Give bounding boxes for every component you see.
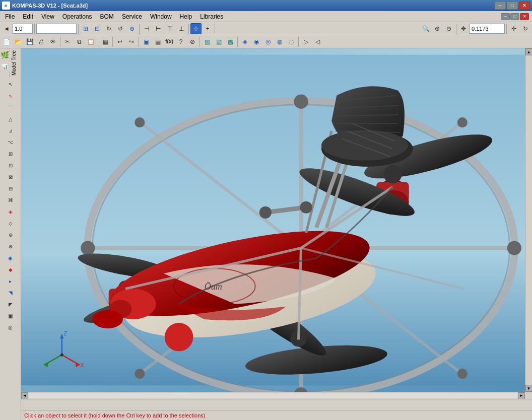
left-tool-14[interactable]: ⊛ xyxy=(5,229,16,240)
left-tool-5[interactable]: ⊿ xyxy=(5,125,16,136)
minimize-button[interactable]: ─ xyxy=(495,2,506,10)
move3d-btn[interactable]: ✛ xyxy=(508,23,519,34)
redo-btn[interactable]: ↪ xyxy=(126,36,137,47)
fx-btn[interactable]: f(x) xyxy=(164,36,175,47)
left-tool-2[interactable]: ∿ xyxy=(5,90,16,101)
orient2-btn[interactable]: ⊟ xyxy=(92,23,103,34)
open-btn[interactable]: 📂 xyxy=(13,36,24,47)
left-tool-18[interactable]: ▸ xyxy=(5,275,16,287)
menu-libraries[interactable]: Libraries xyxy=(196,11,227,22)
left-tool-22[interactable]: ◎ xyxy=(5,322,16,333)
align3-btn[interactable]: ⊤ xyxy=(164,23,175,34)
left-tool-3[interactable]: ⌒ xyxy=(5,102,16,113)
left-tool-16[interactable]: ◉ xyxy=(5,252,16,263)
left-tool-10[interactable]: ⊟ xyxy=(5,183,16,194)
vertical-scrollbar[interactable]: ▲ ▼ xyxy=(525,48,532,392)
wire-btn[interactable]: ▣ xyxy=(141,36,152,47)
sep-3 xyxy=(139,24,140,34)
hscroll-thumb[interactable] xyxy=(29,393,517,398)
model-tree-label[interactable]: Model Tree xyxy=(10,48,21,78)
app-icon: K xyxy=(2,2,10,10)
inner-maximize-btn[interactable]: □ xyxy=(510,13,519,20)
print-btn[interactable]: 🖨 xyxy=(36,36,47,47)
help2-btn[interactable]: ⊘ xyxy=(187,36,198,47)
rotate2-btn[interactable]: ↺ xyxy=(115,23,126,34)
left-tool-9[interactable]: ⊠ xyxy=(5,171,16,182)
orient-btn[interactable]: ⊞ xyxy=(80,23,91,34)
shade-btn[interactable]: ▤ xyxy=(152,36,163,47)
preview-btn[interactable]: 👁 xyxy=(47,36,58,47)
left-tool-13[interactable]: ◇ xyxy=(5,218,16,229)
rotate-btn[interactable]: ↻ xyxy=(103,23,114,34)
statusbar-line1 xyxy=(21,399,532,410)
display1-btn[interactable]: ▨ xyxy=(202,36,213,47)
move-left-btn[interactable]: ◄ xyxy=(1,23,12,34)
copy-btn[interactable]: ⧉ xyxy=(74,36,85,47)
format-btn[interactable]: ▦ xyxy=(100,36,111,47)
new-btn[interactable]: 📄 xyxy=(1,36,12,47)
rotate3d-btn[interactable]: ↻ xyxy=(520,23,531,34)
menu-file[interactable]: File xyxy=(1,11,19,22)
inner-close-btn[interactable]: ✕ xyxy=(520,13,529,20)
filter-input[interactable] xyxy=(36,24,77,34)
left-tool-8[interactable]: ⊡ xyxy=(5,160,16,171)
vscroll-up-btn[interactable]: ▲ xyxy=(525,48,533,55)
shade2-btn[interactable]: ◌ xyxy=(286,36,297,47)
inner-minimize-btn[interactable]: ─ xyxy=(501,13,510,20)
menu-view[interactable]: View xyxy=(37,11,58,22)
left-tool-15[interactable]: ⊗ xyxy=(5,241,16,252)
zoom-out-btn[interactable]: ⊖ xyxy=(443,23,454,34)
menu-window[interactable]: Window xyxy=(146,11,176,22)
menu-help[interactable]: Help xyxy=(176,11,196,22)
align2-btn[interactable]: ⊢ xyxy=(153,23,164,34)
align-btn[interactable]: ⊣ xyxy=(141,23,152,34)
export2-btn[interactable]: ◁ xyxy=(312,36,323,47)
menu-operations[interactable]: Operations xyxy=(58,11,96,22)
plane4-btn[interactable]: ◍ xyxy=(274,36,285,47)
undo-btn[interactable]: ↩ xyxy=(114,36,125,47)
export1-btn[interactable]: ▷ xyxy=(300,36,311,47)
snap-btn[interactable]: ⊕ xyxy=(126,23,138,34)
help-btn[interactable]: ? xyxy=(175,36,186,47)
horizontal-scrollbar[interactable]: ◄ ► xyxy=(21,392,532,399)
plane2-btn[interactable]: ◉ xyxy=(251,36,262,47)
plane1-btn[interactable]: ◈ xyxy=(239,36,250,47)
hscroll-right-btn[interactable]: ► xyxy=(518,392,525,399)
zoom-in-btn[interactable]: ⊕ xyxy=(432,23,443,34)
pan-btn[interactable]: ✥ xyxy=(458,23,469,34)
left-tool-7[interactable]: ⊞ xyxy=(5,148,16,159)
left-tool-17[interactable]: ◆ xyxy=(5,264,16,275)
main-wrapper: 🌿 📊 Model Tree ↖ ∿ ⌒ △ ⊿ ⌥ ⊞ ⊡ ⊠ ⊟ ⌘ ◈ ◇ xyxy=(0,48,532,420)
vscroll-down-btn[interactable]: ▼ xyxy=(525,385,533,392)
zoom-fit-btn[interactable]: 🔍 xyxy=(420,23,431,34)
tab-icon-1[interactable]: 🌿 xyxy=(0,49,10,60)
tab-icon-2[interactable]: 📊 xyxy=(0,61,10,72)
close-button[interactable]: ✕ xyxy=(519,2,530,10)
menu-bom[interactable]: BOM xyxy=(96,11,118,22)
plane3-btn[interactable]: ◎ xyxy=(262,36,274,47)
left-tool-4[interactable]: △ xyxy=(5,113,16,124)
display3-btn[interactable]: ▩ xyxy=(225,36,236,47)
view-btn2[interactable]: + xyxy=(202,23,213,34)
left-tool-20[interactable]: ◤ xyxy=(5,299,16,310)
left-tool-21[interactable]: ▣ xyxy=(5,310,16,321)
step-input[interactable] xyxy=(13,24,33,34)
paste-btn[interactable]: 📋 xyxy=(85,36,96,47)
left-tool-11[interactable]: ⌘ xyxy=(5,194,16,205)
left-tool-19[interactable]: ◥ xyxy=(5,287,16,298)
menu-edit[interactable]: Edit xyxy=(19,11,37,22)
zoom-value-input[interactable] xyxy=(470,24,505,34)
svg-point-42 xyxy=(92,310,123,328)
align4-btn[interactable]: ⊥ xyxy=(176,23,187,34)
menu-service[interactable]: Service xyxy=(118,11,146,22)
left-tool-12[interactable]: ◈ xyxy=(5,206,16,217)
display2-btn[interactable]: ▧ xyxy=(213,36,224,47)
hscroll-left-btn[interactable]: ◄ xyxy=(21,392,28,399)
save-btn[interactable]: 💾 xyxy=(24,36,35,47)
cut-btn[interactable]: ✂ xyxy=(62,36,73,47)
view-normal-btn[interactable]: ⊹ xyxy=(190,23,202,34)
left-tool-1[interactable]: ↖ xyxy=(5,79,16,90)
viewport-3d[interactable]: Ōum xyxy=(21,48,525,392)
maximize-button[interactable]: □ xyxy=(507,2,518,10)
left-tool-6[interactable]: ⌥ xyxy=(5,136,16,148)
